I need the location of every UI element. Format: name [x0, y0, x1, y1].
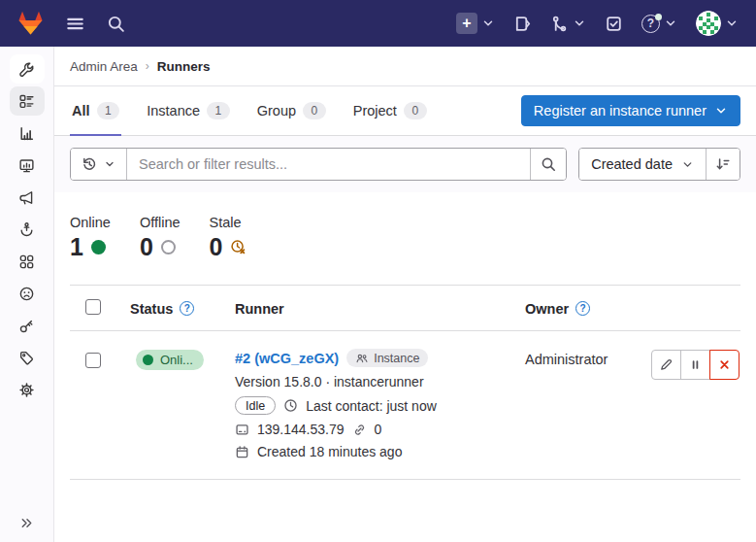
last-contact-text: Last contact: just now [306, 398, 437, 414]
runner-link[interactable]: #2 (wCG_zeGX) [235, 351, 339, 366]
select-row-checkbox[interactable] [85, 353, 101, 368]
topbar-left [16, 9, 127, 38]
runners-table: Status ? Runner Owner ? Onl [70, 285, 740, 480]
top-navbar: + ? [0, 0, 756, 47]
tab-count-badge: 0 [404, 102, 427, 119]
help-icon: ? [641, 15, 660, 33]
tab-all[interactable]: All 1 [70, 86, 121, 136]
search-input[interactable] [127, 149, 530, 180]
sidebar-item-admin-overview[interactable] [10, 54, 45, 84]
status-help-icon[interactable]: ? [180, 301, 194, 316]
chevron-down-icon [573, 17, 586, 30]
runner-actions [651, 349, 740, 380]
breadcrumb-runners: Runners [157, 59, 211, 74]
sidebar-item-labels[interactable] [10, 343, 45, 372]
people-icon [355, 352, 369, 365]
frown-face-icon [18, 286, 35, 302]
sidebar-item-system-hooks[interactable] [10, 215, 45, 244]
issues-button[interactable] [511, 13, 534, 35]
runner-version-line: Version 15.8.0 · instancerunner [235, 374, 515, 390]
idle-badge: Idle [235, 396, 276, 415]
calendar-icon [235, 445, 249, 459]
merge-request-icon [550, 15, 569, 33]
stat-label: Stale [210, 215, 247, 230]
runner-type-label: Instance [374, 352, 419, 365]
help-menu-button[interactable]: ? [640, 13, 679, 35]
tab-project[interactable]: Project 0 [351, 86, 429, 136]
runner-ip-address: 139.144.53.79 [257, 422, 345, 437]
pencil-icon [659, 357, 674, 372]
topbar-search-button[interactable] [105, 13, 127, 35]
filtered-search [70, 148, 567, 181]
sort-direction-button[interactable] [706, 149, 740, 180]
select-all-checkbox[interactable] [85, 299, 101, 315]
tab-group[interactable]: Group 0 [255, 86, 328, 136]
gitlab-admin-runners-page: + ? [0, 0, 756, 542]
overview-list-icon [18, 93, 35, 110]
sidebar-item-applications[interactable] [10, 247, 45, 276]
notification-dot [655, 14, 662, 20]
todos-button[interactable] [603, 13, 625, 35]
runner-header-label: Runner [221, 301, 515, 317]
chevron-down-icon [104, 158, 115, 170]
tab-label: Instance [147, 103, 200, 119]
owner-header-label: Owner [525, 301, 569, 317]
sidebar-item-abuse-reports[interactable] [10, 279, 45, 308]
tab-label: Project [353, 103, 397, 119]
filter-bar: Created date [54, 136, 756, 192]
search-icon [107, 15, 125, 33]
breadcrumb-admin-area[interactable]: Admin Area [70, 59, 138, 74]
clock-icon [283, 398, 298, 413]
tab-instance[interactable]: Instance 1 [145, 86, 232, 136]
stat-offline: Offline 0 [140, 215, 181, 259]
stat-stale: Stale 0 [210, 215, 247, 259]
stat-label: Offline [140, 215, 181, 230]
stat-online: Online 1 [70, 215, 111, 259]
new-menu-button[interactable]: + [454, 11, 497, 36]
menu-button[interactable] [63, 12, 87, 36]
owner-cell: Administrator [515, 349, 651, 367]
runner-type-badge: Instance [346, 349, 428, 367]
delete-runner-button[interactable] [709, 350, 740, 380]
sort-by-label: Created date [591, 156, 673, 172]
sidebar-item-monitoring[interactable] [10, 151, 45, 180]
chevron-down-icon [725, 17, 739, 30]
status-badge: Onli... [136, 350, 204, 370]
edit-runner-button[interactable] [651, 350, 681, 380]
register-instance-runner-button[interactable]: Register an instance runner [521, 95, 740, 126]
bar-chart-icon [18, 125, 35, 142]
avatar [696, 11, 721, 36]
user-menu-button[interactable] [694, 9, 740, 38]
stat-label: Online [70, 215, 111, 230]
admin-sidebar [0, 47, 54, 542]
apps-grid-icon [18, 254, 35, 270]
link-icon [352, 423, 367, 437]
pause-icon [688, 357, 703, 372]
runner-stats: Online 1 Offline 0 Stale 0 [54, 192, 756, 285]
wrench-icon [18, 61, 35, 78]
help-glyph: ? [580, 303, 586, 314]
sort-by-dropdown[interactable]: Created date [579, 149, 706, 180]
sidebar-item-messages[interactable] [10, 183, 45, 212]
sort-control: Created date [578, 148, 740, 181]
search-submit-button[interactable] [530, 149, 566, 180]
sidebar-item-settings[interactable] [10, 375, 45, 404]
tab-label: All [72, 103, 90, 119]
sidebar-item-overview[interactable] [10, 86, 45, 116]
tab-label: Group [257, 103, 296, 119]
sidebar-item-analytics[interactable] [10, 119, 45, 148]
sidebar-expand-button[interactable] [0, 516, 53, 530]
tab-count-badge: 1 [207, 102, 230, 119]
topbar-right: + ? [454, 9, 740, 38]
offline-status-icon [161, 240, 176, 254]
pause-runner-button[interactable] [680, 350, 710, 380]
search-history-dropdown[interactable] [71, 149, 127, 180]
megaphone-icon [18, 189, 35, 206]
status-header-label: Status [130, 301, 173, 317]
merge-requests-button[interactable] [548, 13, 588, 35]
search-icon [541, 156, 556, 172]
gitlab-logo[interactable] [16, 9, 46, 38]
sidebar-item-deploy-keys[interactable] [10, 311, 45, 340]
owner-help-icon[interactable]: ? [575, 301, 590, 316]
gitlab-fox-icon [17, 11, 44, 36]
